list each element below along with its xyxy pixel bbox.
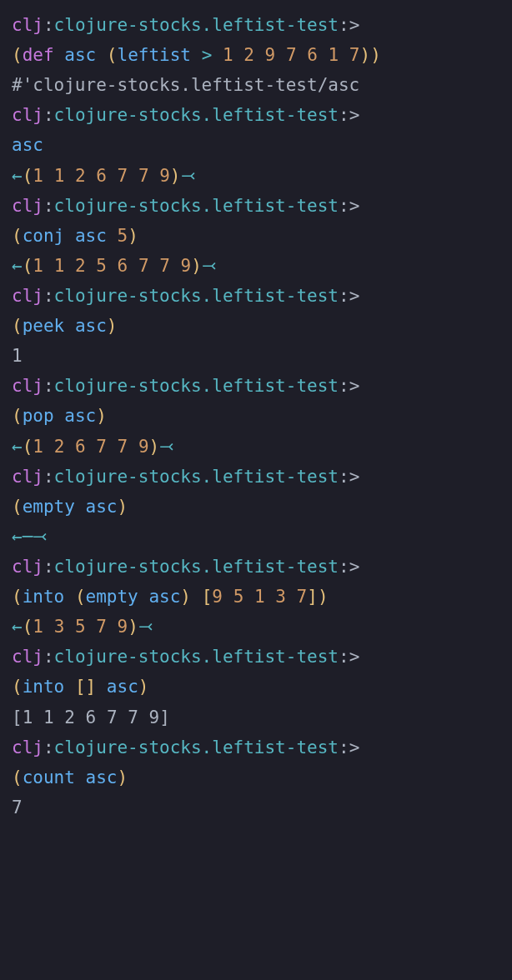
input-into-vec: (into [] asc) [12, 677, 148, 697]
prompt-line: clj:clojure-stocks.leftist-test:> [12, 738, 359, 758]
repl-output: clj:clojure-stocks.leftist-test:> (def a… [0, 0, 512, 832]
input-into-empty: (into (empty asc) [9 5 1 3 7]) [12, 587, 329, 607]
prompt-clj: clj [12, 15, 43, 35]
output-conj: ←(1 1 2 5 6 7 7 9)⤙ [12, 256, 217, 276]
output-peek: 1 [12, 346, 23, 366]
output-var: #'clojure-stocks.leftist-test/asc [12, 75, 359, 95]
input-peek: (peek asc) [12, 316, 117, 336]
output-asc: ←(1 1 2 6 7 7 9)⤙ [12, 166, 196, 186]
output-pop: ←(1 2 6 7 7 9)⤙ [12, 437, 174, 457]
output-empty: ←─⤙ [12, 527, 48, 547]
prompt-line: clj:clojure-stocks.leftist-test:> [12, 376, 359, 396]
input-conj: (conj asc 5) [12, 226, 138, 246]
input-pop: (pop asc) [12, 406, 107, 426]
prompt-line: clj:clojure-stocks.leftist-test:> [12, 196, 359, 216]
prompt-line: clj:clojure-stocks.leftist-test:> [12, 15, 359, 35]
prompt-line: clj:clojure-stocks.leftist-test:> [12, 105, 359, 125]
input-empty: (empty asc) [12, 497, 128, 517]
input-count: (count asc) [12, 768, 128, 788]
input-def: (def asc (leftist > 1 2 9 7 6 1 7)) [12, 45, 381, 65]
prompt-line: clj:clojure-stocks.leftist-test:> [12, 647, 359, 667]
output-into-vec: [1 1 2 6 7 7 9] [12, 708, 170, 728]
output-count: 7 [12, 798, 23, 818]
prompt-line: clj:clojure-stocks.leftist-test:> [12, 557, 359, 577]
output-into-empty: ←(1 3 5 7 9)⤙ [12, 617, 153, 637]
prompt-ns: clojure-stocks.leftist-test [54, 15, 339, 35]
prompt-line: clj:clojure-stocks.leftist-test:> [12, 467, 359, 487]
prompt-line: clj:clojure-stocks.leftist-test:> [12, 286, 359, 306]
input-asc: asc [12, 135, 43, 155]
